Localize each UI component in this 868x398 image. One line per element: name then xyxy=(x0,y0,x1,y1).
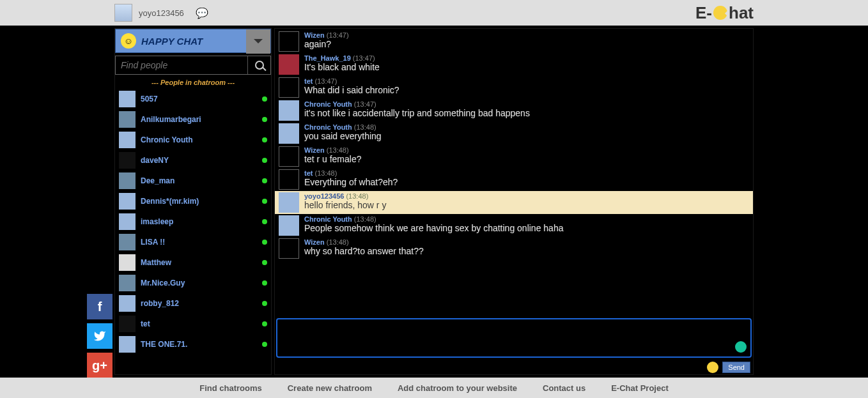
online-dot-icon xyxy=(262,199,267,204)
footer-add[interactable]: Add chatroom to your website xyxy=(398,383,517,393)
message-author[interactable]: tet xyxy=(304,169,313,177)
facebook-share[interactable]: f xyxy=(87,294,112,319)
footer-project[interactable]: E-Chat Project xyxy=(611,383,669,393)
twitter-share[interactable] xyxy=(87,323,112,349)
grammarly-icon[interactable] xyxy=(735,341,747,353)
online-dot-icon xyxy=(262,301,267,306)
list-item[interactable]: Dennis*(mr.kim) xyxy=(115,191,271,211)
message-text: again? xyxy=(304,39,749,49)
person-avatar-icon xyxy=(119,254,136,271)
person-avatar-icon xyxy=(119,172,136,189)
person-name: daveNY xyxy=(141,156,257,165)
list-item[interactable]: LISA !! xyxy=(115,232,271,252)
person-name: Mr.Nice.Guy xyxy=(141,279,257,287)
message-text: It's black and white xyxy=(304,62,749,72)
list-item[interactable]: daveNY xyxy=(115,150,271,171)
person-name: Dee_man xyxy=(141,176,257,185)
online-dot-icon xyxy=(262,178,267,183)
room-dropdown[interactable] xyxy=(246,29,270,54)
social-float: f g+ xyxy=(87,294,112,378)
person-name: LISA !! xyxy=(141,238,257,247)
chat-log[interactable]: Wizen (13:47)again?The_Hawk_19 (13:47)It… xyxy=(275,29,753,314)
messages-icon[interactable]: 💬 xyxy=(196,7,208,19)
list-item[interactable]: tet xyxy=(115,314,271,334)
online-dot-icon xyxy=(262,260,267,265)
message-text: Everything of what?eh? xyxy=(304,177,749,187)
username-label: yoyo123456 xyxy=(139,8,184,18)
person-name: 5057 xyxy=(141,95,257,103)
list-item[interactable]: robby_812 xyxy=(115,293,271,314)
current-user[interactable]: yoyo123456 💬 xyxy=(114,4,208,22)
list-item[interactable]: Matthew xyxy=(115,252,271,273)
person-name: Anilkumarbegari xyxy=(141,115,257,124)
person-name: Matthew xyxy=(141,258,257,267)
person-avatar-icon xyxy=(119,234,136,250)
emoji-button[interactable] xyxy=(707,362,718,373)
search-icon xyxy=(255,61,264,70)
message-avatar-icon xyxy=(279,238,299,259)
message-time: (13:48) xyxy=(344,192,368,200)
message-author[interactable]: Wizen xyxy=(304,146,325,154)
message-author[interactable]: tet xyxy=(304,77,313,85)
message-time: (13:47) xyxy=(352,100,376,108)
chat-message: yoyo123456 (13:48)hello friends, how r y xyxy=(275,191,753,214)
message-avatar-icon xyxy=(279,54,299,75)
message-text: it's not like i accidentally trip and so… xyxy=(304,108,749,118)
send-button[interactable]: Send xyxy=(722,362,750,373)
message-author[interactable]: Chronic Youth xyxy=(304,123,352,131)
message-text: People somehow think we are having sex b… xyxy=(304,223,749,233)
message-text: why so hard?to answer that?? xyxy=(304,246,749,256)
online-dot-icon xyxy=(262,117,267,122)
chat-message: tet (13:47)What did i said chronic? xyxy=(275,76,753,99)
search-input[interactable] xyxy=(116,56,247,74)
person-avatar-icon xyxy=(119,213,136,230)
person-avatar-icon xyxy=(119,152,136,169)
message-avatar-icon xyxy=(279,169,299,190)
message-text: hello friends, how r y xyxy=(304,200,749,210)
footer-create[interactable]: Create new chatroom xyxy=(288,383,372,393)
room-header: ☺ HAPPY CHAT xyxy=(115,29,271,53)
person-name: imasleep xyxy=(141,217,257,226)
message-author[interactable]: Chronic Youth xyxy=(304,215,352,223)
person-avatar-icon xyxy=(119,316,136,332)
person-name: tet xyxy=(141,319,257,328)
footer: Find chatrooms Create new chatroom Add c… xyxy=(0,378,868,398)
room-title: HAPPY CHAT xyxy=(141,36,203,47)
search-row xyxy=(115,56,271,75)
message-author[interactable]: yoyo123456 xyxy=(304,192,344,200)
site-logo[interactable]: E- hat xyxy=(695,3,754,23)
message-avatar-icon xyxy=(279,123,299,144)
person-avatar-icon xyxy=(119,91,136,107)
message-author[interactable]: Wizen xyxy=(304,238,325,246)
footer-find[interactable]: Find chatrooms xyxy=(199,383,262,393)
list-item[interactable]: imasleep xyxy=(115,211,271,232)
list-item[interactable]: Anilkumarbegari xyxy=(115,109,271,130)
list-item[interactable]: 5057 xyxy=(115,89,271,109)
chat-message: Wizen (13:48)why so hard?to answer that?… xyxy=(275,237,753,260)
list-item[interactable]: THE ONE.71. xyxy=(115,334,271,355)
googleplus-share[interactable]: g+ xyxy=(87,353,112,378)
message-avatar-icon xyxy=(279,31,299,52)
people-list[interactable]: 5057AnilkumarbegariChronic YouthdaveNYDe… xyxy=(115,89,271,374)
chat-message: Chronic Youth (13:47)it's not like i acc… xyxy=(275,99,753,122)
list-item[interactable]: Mr.Nice.Guy xyxy=(115,273,271,293)
person-avatar-icon xyxy=(119,275,136,291)
online-dot-icon xyxy=(262,321,267,326)
chat-message: tet (13:48)Everything of what?eh? xyxy=(275,168,753,191)
message-input[interactable] xyxy=(276,318,752,358)
person-name: THE ONE.71. xyxy=(141,340,257,349)
message-author[interactable]: The_Hawk_19 xyxy=(304,54,351,62)
list-item[interactable]: Chronic Youth xyxy=(115,130,271,150)
footer-contact[interactable]: Contact us xyxy=(543,383,585,393)
chat-panel: Wizen (13:47)again?The_Hawk_19 (13:47)It… xyxy=(274,28,754,375)
chat-message: Chronic Youth (13:48)People somehow thin… xyxy=(275,214,753,237)
message-author[interactable]: Chronic Youth xyxy=(304,100,352,108)
online-dot-icon xyxy=(262,240,267,245)
list-item[interactable]: Dee_man xyxy=(115,171,271,191)
message-time: (13:48) xyxy=(352,123,376,131)
online-dot-icon xyxy=(262,219,267,224)
search-button[interactable] xyxy=(247,56,270,74)
chat-message: The_Hawk_19 (13:47)It's black and white xyxy=(275,53,753,76)
person-avatar-icon xyxy=(119,295,136,312)
message-author[interactable]: Wizen xyxy=(304,31,325,39)
